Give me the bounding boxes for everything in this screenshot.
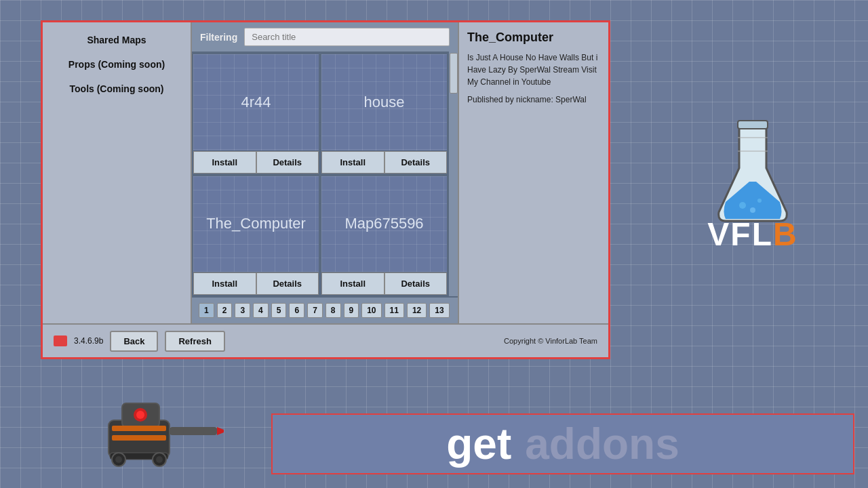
refresh-button[interactable]: Refresh	[165, 331, 224, 352]
page-button-1[interactable]: 1	[199, 303, 214, 318]
install-button-thecomputer[interactable]: Install	[193, 272, 256, 295]
install-button-4r44[interactable]: Install	[193, 151, 256, 174]
page-button-12[interactable]: 12	[407, 303, 427, 318]
maps-container: 4r44 Install Details house Install Detai…	[192, 52, 458, 296]
page-button-8[interactable]: 8	[326, 303, 341, 318]
page-button-7[interactable]: 7	[307, 303, 323, 318]
svg-marker-13	[217, 427, 224, 435]
details-button-4r44[interactable]: Details	[256, 151, 319, 174]
sidebar-item-props[interactable]: Props (Coming soon)	[43, 52, 191, 77]
svg-point-18	[115, 456, 122, 463]
map-title-4r44: 4r44	[230, 54, 281, 150]
svg-rect-10	[112, 426, 166, 431]
install-button-map675596[interactable]: Install	[321, 272, 384, 295]
b-text: B	[773, 216, 798, 252]
scrollbar-thumb[interactable]	[450, 53, 458, 94]
page-button-5[interactable]: 5	[271, 303, 287, 318]
robot-icon	[54, 386, 224, 474]
map-title-house: house	[353, 54, 416, 150]
map-cell-4r44: 4r44 Install Details	[192, 53, 320, 175]
copyright-text: Copyright © VinforLab Team	[504, 337, 597, 345]
get-text: get	[446, 419, 511, 469]
sidebar: Shared Maps Props (Coming soon) Tools (C…	[43, 22, 192, 323]
l-text: L	[752, 216, 773, 252]
map-cell-house: house Install Details	[320, 53, 448, 175]
filter-bar: Filtering	[192, 22, 458, 52]
map-buttons-map675596: Install Details	[321, 272, 447, 295]
svg-point-9	[136, 411, 144, 419]
bottom-bar: 3.4.6.9b Back Refresh Copyright © Vinfor…	[43, 323, 608, 357]
map-title-map675596: Map675596	[334, 176, 434, 272]
page-button-2[interactable]: 2	[217, 303, 233, 318]
sidebar-item-tools[interactable]: Tools (Coming soon)	[43, 77, 191, 101]
flask-icon	[712, 114, 793, 222]
page-button-4[interactable]: 4	[253, 303, 269, 318]
detail-published: Published by nickname: SperWal	[467, 95, 600, 104]
bottom-overlay: get addons	[271, 413, 854, 474]
right-panel: The_Computer Is Just A House No Have Wal…	[459, 22, 608, 323]
center-panel: Filtering 4r44 Install Details ho	[192, 22, 459, 323]
page-button-3[interactable]: 3	[235, 303, 250, 318]
scrollbar[interactable]	[448, 52, 458, 296]
page-button-6[interactable]: 6	[289, 303, 304, 318]
main-window: Shared Maps Props (Coming soon) Tools (C…	[41, 20, 610, 359]
addons-text: addons	[525, 419, 679, 469]
vflb-text: VFLB	[707, 216, 797, 253]
robot-area	[54, 386, 224, 474]
svg-point-2	[757, 199, 762, 203]
details-button-house[interactable]: Details	[384, 151, 448, 174]
map-buttons-house: Install Details	[321, 150, 447, 174]
svg-point-19	[156, 456, 163, 463]
install-button-house[interactable]: Install	[321, 151, 384, 174]
page-button-13[interactable]: 13	[429, 303, 449, 318]
page-button-10[interactable]: 10	[361, 303, 381, 318]
version-text: 3.4.6.9b	[74, 336, 103, 346]
filter-label: Filtering	[200, 32, 237, 43]
svg-point-1	[739, 202, 746, 209]
svg-rect-12	[170, 427, 217, 435]
pagination: 12345678910111213	[192, 296, 458, 323]
version-icon	[54, 336, 67, 346]
svg-point-3	[750, 207, 755, 213]
maps-grid: 4r44 Install Details house Install Detai…	[192, 52, 448, 296]
map-title-thecomputer: The_Computer	[195, 176, 317, 272]
back-button[interactable]: Back	[110, 331, 158, 352]
map-cell-map675596: Map675596 Install Details	[320, 175, 448, 297]
page-button-9[interactable]: 9	[344, 303, 359, 318]
svg-rect-0	[738, 121, 768, 129]
sidebar-item-shared-maps[interactable]: Shared Maps	[43, 28, 191, 52]
bottom-left: 3.4.6.9b Back Refresh	[54, 331, 225, 352]
details-button-map675596[interactable]: Details	[384, 272, 448, 295]
detail-description: Is Just A House No Have Walls But i Have…	[467, 52, 600, 88]
svg-rect-11	[112, 435, 166, 441]
search-input[interactable]	[244, 28, 450, 46]
page-button-11[interactable]: 11	[384, 303, 404, 318]
map-buttons-4r44: Install Details	[193, 150, 319, 174]
vf-text: VF	[707, 216, 751, 252]
detail-title: The_Computer	[467, 30, 600, 45]
map-buttons-thecomputer: Install Details	[193, 272, 319, 295]
map-cell-thecomputer: The_Computer Install Details	[192, 175, 320, 297]
vflb-logo-area: VFLB	[678, 108, 827, 258]
details-button-thecomputer[interactable]: Details	[256, 272, 319, 295]
